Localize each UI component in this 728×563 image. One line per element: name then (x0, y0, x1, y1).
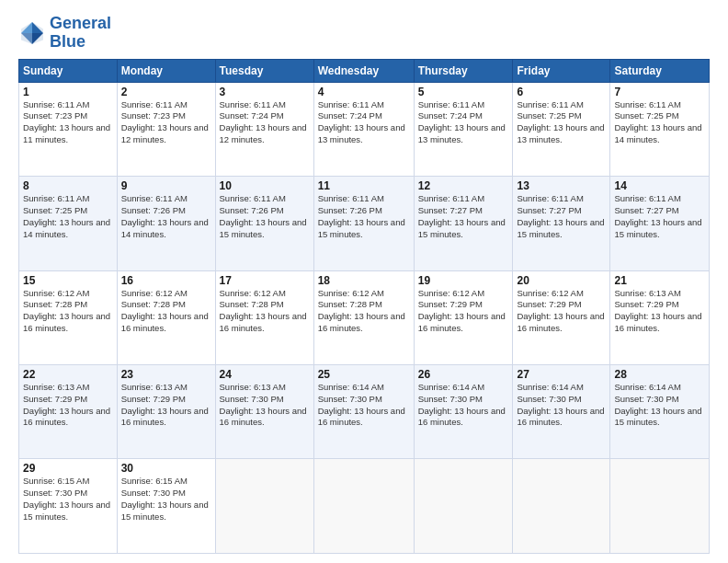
day-number: 28 (614, 368, 705, 381)
day-info: Sunrise: 6:13 AMSunset: 7:29 PMDaylight:… (23, 382, 110, 427)
day-info: Sunrise: 6:12 AMSunset: 7:29 PMDaylight:… (517, 288, 604, 333)
calendar-cell: 22Sunrise: 6:13 AMSunset: 7:29 PMDayligh… (19, 365, 118, 459)
day-number: 27 (517, 368, 606, 381)
day-info: Sunrise: 6:11 AMSunset: 7:25 PMDaylight:… (23, 193, 110, 238)
calendar-header-monday: Monday (117, 59, 215, 82)
calendar-cell: 7Sunrise: 6:11 AMSunset: 7:25 PMDaylight… (610, 82, 710, 176)
calendar-cell (513, 459, 610, 554)
calendar-cell: 14Sunrise: 6:11 AMSunset: 7:27 PMDayligh… (610, 177, 710, 270)
calendar-cell (215, 459, 313, 554)
calendar-header-sunday: Sunday (19, 59, 118, 82)
calendar-cell: 20Sunrise: 6:12 AMSunset: 7:29 PMDayligh… (513, 270, 610, 364)
day-number: 29 (23, 462, 113, 475)
calendar-cell (414, 459, 513, 554)
calendar-header-tuesday: Tuesday (215, 59, 313, 82)
calendar-cell: 12Sunrise: 6:11 AMSunset: 7:27 PMDayligh… (414, 177, 513, 270)
day-info: Sunrise: 6:12 AMSunset: 7:29 PMDaylight:… (418, 288, 506, 333)
day-info: Sunrise: 6:11 AMSunset: 7:27 PMDaylight:… (614, 193, 701, 238)
day-number: 25 (318, 368, 410, 381)
day-info: Sunrise: 6:15 AMSunset: 7:30 PMDaylight:… (23, 476, 110, 521)
day-number: 10 (220, 179, 310, 192)
page: General Blue SundayMondayTuesdayWednesda… (0, 0, 728, 563)
day-number: 14 (614, 179, 705, 192)
day-number: 30 (121, 462, 211, 475)
day-info: Sunrise: 6:11 AMSunset: 7:25 PMDaylight:… (614, 99, 701, 144)
day-info: Sunrise: 6:11 AMSunset: 7:27 PMDaylight:… (517, 193, 604, 238)
calendar-cell: 9Sunrise: 6:11 AMSunset: 7:26 PMDaylight… (117, 177, 215, 270)
calendar-cell: 30Sunrise: 6:15 AMSunset: 7:30 PMDayligh… (117, 459, 215, 554)
day-number: 13 (517, 179, 606, 192)
calendar-cell: 27Sunrise: 6:14 AMSunset: 7:30 PMDayligh… (513, 365, 610, 459)
calendar-cell (313, 459, 414, 554)
calendar-cell: 17Sunrise: 6:12 AMSunset: 7:28 PMDayligh… (215, 270, 313, 364)
day-info: Sunrise: 6:14 AMSunset: 7:30 PMDaylight:… (318, 382, 405, 427)
day-info: Sunrise: 6:11 AMSunset: 7:23 PMDaylight:… (121, 99, 209, 144)
day-number: 2 (121, 86, 211, 98)
day-info: Sunrise: 6:14 AMSunset: 7:30 PMDaylight:… (517, 382, 604, 427)
day-info: Sunrise: 6:13 AMSunset: 7:29 PMDaylight:… (614, 288, 701, 333)
calendar-cell (610, 459, 710, 554)
calendar-cell: 21Sunrise: 6:13 AMSunset: 7:29 PMDayligh… (610, 270, 710, 364)
day-info: Sunrise: 6:11 AMSunset: 7:24 PMDaylight:… (318, 99, 405, 144)
calendar-cell: 8Sunrise: 6:11 AMSunset: 7:25 PMDaylight… (19, 177, 118, 270)
logo-text: General Blue (50, 15, 111, 52)
calendar-cell: 29Sunrise: 6:15 AMSunset: 7:30 PMDayligh… (19, 459, 118, 554)
calendar-header-saturday: Saturday (610, 59, 710, 82)
day-number: 4 (318, 86, 410, 98)
calendar-cell: 2Sunrise: 6:11 AMSunset: 7:23 PMDaylight… (117, 82, 215, 176)
calendar-table: SundayMondayTuesdayWednesdayThursdayFrid… (18, 59, 710, 554)
day-info: Sunrise: 6:11 AMSunset: 7:26 PMDaylight:… (220, 193, 307, 238)
day-number: 6 (517, 86, 606, 98)
calendar-week-row: 8Sunrise: 6:11 AMSunset: 7:25 PMDaylight… (19, 177, 710, 270)
calendar-cell: 28Sunrise: 6:14 AMSunset: 7:30 PMDayligh… (610, 365, 710, 459)
calendar-cell: 5Sunrise: 6:11 AMSunset: 7:24 PMDaylight… (414, 82, 513, 176)
day-number: 12 (418, 179, 509, 192)
calendar-cell: 3Sunrise: 6:11 AMSunset: 7:24 PMDaylight… (215, 82, 313, 176)
calendar-cell: 6Sunrise: 6:11 AMSunset: 7:25 PMDaylight… (513, 82, 610, 176)
day-number: 20 (517, 274, 606, 287)
day-number: 26 (418, 368, 509, 381)
day-info: Sunrise: 6:12 AMSunset: 7:28 PMDaylight:… (318, 288, 405, 333)
day-number: 7 (614, 86, 705, 98)
calendar-cell: 11Sunrise: 6:11 AMSunset: 7:26 PMDayligh… (313, 177, 414, 270)
day-info: Sunrise: 6:14 AMSunset: 7:30 PMDaylight:… (614, 382, 701, 427)
day-info: Sunrise: 6:12 AMSunset: 7:28 PMDaylight:… (121, 288, 209, 333)
day-info: Sunrise: 6:11 AMSunset: 7:26 PMDaylight:… (121, 193, 209, 238)
calendar-header-thursday: Thursday (414, 59, 513, 82)
day-number: 17 (220, 274, 310, 287)
day-number: 8 (23, 179, 113, 192)
day-info: Sunrise: 6:11 AMSunset: 7:24 PMDaylight:… (220, 99, 307, 144)
calendar-header-friday: Friday (513, 59, 610, 82)
calendar-cell: 16Sunrise: 6:12 AMSunset: 7:28 PMDayligh… (117, 270, 215, 364)
calendar-cell: 26Sunrise: 6:14 AMSunset: 7:30 PMDayligh… (414, 365, 513, 459)
header: General Blue (18, 15, 710, 52)
day-number: 3 (220, 86, 310, 98)
day-info: Sunrise: 6:11 AMSunset: 7:23 PMDaylight:… (23, 99, 110, 144)
day-info: Sunrise: 6:11 AMSunset: 7:26 PMDaylight:… (318, 193, 405, 238)
day-number: 22 (23, 368, 113, 381)
day-info: Sunrise: 6:13 AMSunset: 7:29 PMDaylight:… (121, 382, 209, 427)
calendar-cell: 23Sunrise: 6:13 AMSunset: 7:29 PMDayligh… (117, 365, 215, 459)
day-number: 18 (318, 274, 410, 287)
day-number: 1 (23, 86, 113, 98)
day-number: 5 (418, 86, 509, 98)
calendar-header-wednesday: Wednesday (313, 59, 414, 82)
day-info: Sunrise: 6:15 AMSunset: 7:30 PMDaylight:… (121, 476, 209, 521)
day-number: 15 (23, 274, 113, 287)
day-info: Sunrise: 6:12 AMSunset: 7:28 PMDaylight:… (220, 288, 307, 333)
calendar-header-row: SundayMondayTuesdayWednesdayThursdayFrid… (19, 59, 710, 82)
calendar-cell: 13Sunrise: 6:11 AMSunset: 7:27 PMDayligh… (513, 177, 610, 270)
logo-icon (18, 19, 46, 47)
day-info: Sunrise: 6:14 AMSunset: 7:30 PMDaylight:… (418, 382, 506, 427)
day-number: 19 (418, 274, 509, 287)
day-number: 24 (220, 368, 310, 381)
day-number: 21 (614, 274, 705, 287)
day-number: 23 (121, 368, 211, 381)
day-info: Sunrise: 6:11 AMSunset: 7:24 PMDaylight:… (418, 99, 506, 144)
logo: General Blue (18, 15, 111, 52)
day-info: Sunrise: 6:13 AMSunset: 7:30 PMDaylight:… (220, 382, 307, 427)
calendar-week-row: 1Sunrise: 6:11 AMSunset: 7:23 PMDaylight… (19, 82, 710, 176)
day-info: Sunrise: 6:12 AMSunset: 7:28 PMDaylight:… (23, 288, 110, 333)
day-info: Sunrise: 6:11 AMSunset: 7:27 PMDaylight:… (418, 193, 506, 238)
day-number: 11 (318, 179, 410, 192)
